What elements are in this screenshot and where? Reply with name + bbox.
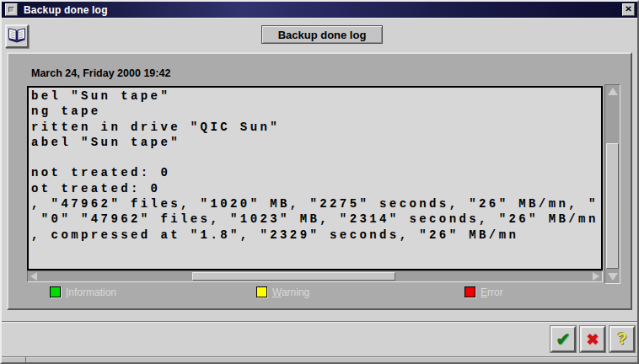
- log-line: , compressed at "1.8", "2329" seconds, "…: [31, 228, 601, 243]
- log-line: abel "Sun tape": [31, 135, 601, 150]
- log-line: [31, 150, 601, 165]
- window-title: Backup done log: [24, 4, 108, 16]
- log-line: , "47962" files, "1020" MB, "2275" secon…: [31, 196, 601, 211]
- status-bar-cell: [2, 357, 26, 362]
- horizontal-scrollbar[interactable]: [27, 270, 603, 282]
- information-swatch-icon: [50, 286, 61, 297]
- scroll-down-button[interactable]: [606, 271, 619, 282]
- status-bar: [2, 356, 637, 362]
- log-line: "0" "47962" files, "1023" MB, "2314" sec…: [31, 211, 601, 227]
- log-book-button[interactable]: [5, 24, 29, 48]
- arrow-left-icon: [30, 272, 37, 281]
- error-swatch-icon: [464, 286, 475, 297]
- cross-icon: ✖: [586, 330, 599, 349]
- dialog-header-label: Backup done log: [261, 25, 383, 44]
- close-button[interactable]: ✕: [622, 3, 635, 16]
- scroll-left-button[interactable]: [29, 272, 39, 281]
- window-menu-button[interactable]: [5, 3, 18, 16]
- titlebar[interactable]: Backup done log ✕: [2, 2, 637, 19]
- scroll-up-button[interactable]: [606, 86, 619, 97]
- scroll-right-button[interactable]: [591, 272, 601, 281]
- warning-swatch-icon: [256, 286, 267, 297]
- arrow-down-icon: [608, 273, 618, 281]
- horizontal-scrollbar-thumb[interactable]: [192, 272, 395, 281]
- log-line: ritten in drive "QIC Sun": [31, 120, 601, 135]
- window-menu-icon: [8, 7, 14, 13]
- legend-label: Warning: [272, 286, 309, 298]
- close-icon: ✕: [625, 4, 631, 13]
- arrow-up-icon: [608, 88, 618, 95]
- legend-label: Error: [481, 286, 503, 298]
- cancel-button[interactable]: ✖: [580, 326, 605, 352]
- ok-button[interactable]: ✔: [550, 326, 576, 352]
- log-line: ng tape: [31, 104, 601, 119]
- open-book-icon: [8, 26, 26, 46]
- log-line: not treated: 0: [31, 165, 601, 180]
- legend-label: Information: [66, 286, 116, 298]
- log-line: bel "Sun tape": [31, 88, 601, 104]
- checkmark-icon: ✔: [556, 329, 571, 350]
- question-mark-icon: ?: [618, 330, 627, 348]
- log-line: ot treated: 0: [31, 181, 601, 196]
- log-panel: March 24, Friday 2000 19:42 bel "Sun tap…: [7, 52, 632, 310]
- log-date: March 24, Friday 2000 19:42: [31, 67, 170, 79]
- vertical-scrollbar-thumb[interactable]: [606, 143, 619, 269]
- separator: [2, 321, 637, 323]
- vertical-scrollbar[interactable]: [604, 84, 620, 284]
- log-text-area[interactable]: bel "Sun tape" ng tape ritten in drive "…: [27, 86, 603, 270]
- backup-done-log-window: Backup done log ✕ Backup done log March …: [0, 0, 639, 364]
- arrow-right-icon: [593, 272, 599, 281]
- help-button[interactable]: ?: [609, 326, 635, 352]
